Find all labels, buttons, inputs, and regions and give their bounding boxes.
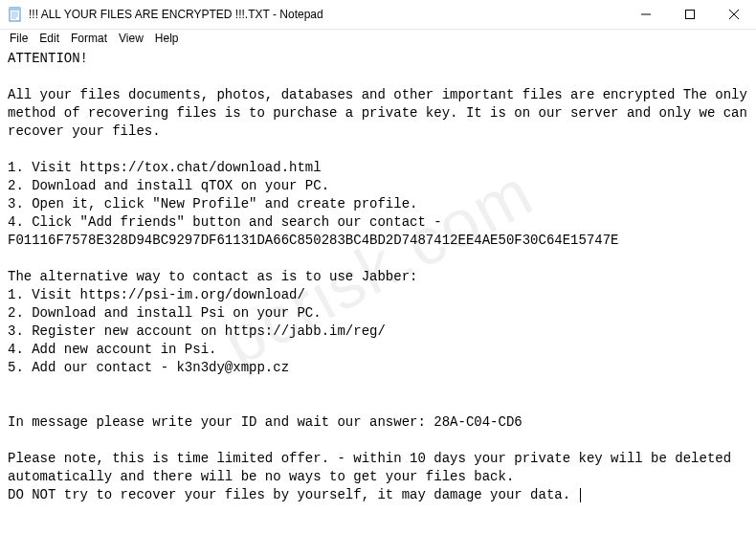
menu-edit[interactable]: Edit [33, 31, 65, 47]
menu-help[interactable]: Help [149, 31, 185, 47]
menubar: File Edit Format View Help [0, 30, 756, 48]
notepad-icon [8, 7, 23, 22]
window-controls [624, 0, 756, 29]
maximize-button[interactable] [668, 0, 712, 29]
menu-view[interactable]: View [113, 31, 149, 47]
close-button[interactable] [712, 0, 756, 29]
svg-rect-1 [10, 8, 20, 11]
window-title: !!! ALL YOUR FILES ARE ENCRYPTED !!!.TXT… [29, 8, 624, 21]
menu-format[interactable]: Format [65, 31, 113, 47]
minimize-button[interactable] [624, 0, 668, 29]
editor-area[interactable]: ATTENTION! All your files documents, pho… [0, 48, 756, 506]
svg-rect-7 [686, 11, 695, 19]
menu-file[interactable]: File [4, 31, 33, 47]
titlebar[interactable]: !!! ALL YOUR FILES ARE ENCRYPTED !!!.TXT… [0, 0, 756, 30]
